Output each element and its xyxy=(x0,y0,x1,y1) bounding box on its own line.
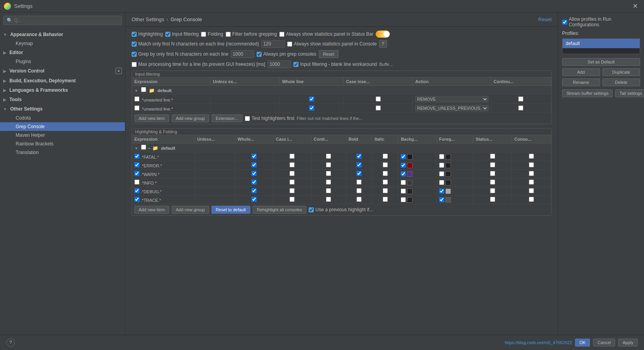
tail-settings-btn[interactable]: Tail settings xyxy=(615,89,644,97)
cb-blank-line[interactable]: Input filtering - blank line workaround xyxy=(293,62,377,67)
hl-debug-console-cb[interactable] xyxy=(529,188,534,193)
hl-error-console-cb[interactable] xyxy=(529,162,534,167)
cb-prev-highlight-input[interactable] xyxy=(309,207,314,212)
cb-always-stats[interactable]: Always show statistics panel in Status B… xyxy=(279,31,373,37)
if-whole-check-1[interactable] xyxy=(309,96,314,102)
if-add-item-btn[interactable]: Add new item xyxy=(134,114,169,122)
hl-error-whole-cb[interactable] xyxy=(251,162,257,167)
hl-info-fg-cb[interactable] xyxy=(439,180,444,185)
hl-info-bg-cb[interactable] xyxy=(401,180,406,185)
delete-profile-btn[interactable]: Delete xyxy=(602,78,640,86)
hl-trace-italic-cb[interactable] xyxy=(383,197,388,202)
sidebar-item-grep-console[interactable]: Grep Console xyxy=(0,122,125,131)
sidebar-item-editor[interactable]: ▶ Editor xyxy=(0,48,125,57)
hl-fatal-check[interactable] xyxy=(134,154,139,159)
hl-trace-bold-cb[interactable] xyxy=(356,197,362,202)
sidebar-item-plugins[interactable]: Plugins xyxy=(0,57,125,66)
hl-fatal-fg-cb[interactable] xyxy=(439,154,444,159)
do-toggle[interactable] xyxy=(376,31,390,38)
set-as-default-btn[interactable]: Set as Default xyxy=(562,58,640,66)
hl-fatal-conti-cb[interactable] xyxy=(326,154,331,159)
if-add-group-btn[interactable]: Add new group xyxy=(172,114,209,122)
hl-trace-console-cb[interactable] xyxy=(529,197,534,202)
sidebar-item-codota[interactable]: Codota xyxy=(0,114,125,122)
if-row2-check[interactable] xyxy=(134,105,139,111)
hl-trace-conti-cb[interactable] xyxy=(326,197,331,202)
hl-trace-case-cb[interactable] xyxy=(289,197,295,202)
search-box[interactable]: 🔍 xyxy=(3,16,122,25)
cb-grep-first[interactable]: Grep by only first N characters on each … xyxy=(132,51,228,57)
hl-warn-fg-cb[interactable] xyxy=(439,171,444,176)
hl-info-console-cb[interactable] xyxy=(529,180,534,185)
hl-trace-fg-cb[interactable] xyxy=(439,197,444,202)
hl-warn-check[interactable] xyxy=(134,171,139,176)
cb-folding-input[interactable] xyxy=(201,32,206,37)
reset-section-btn[interactable]: Reset xyxy=(319,50,339,58)
if-continue-check-2[interactable] xyxy=(518,105,523,111)
sidebar-item-rainbow[interactable]: Rainbow Brackets xyxy=(0,140,125,148)
cb-use-prev-highlight[interactable]: Use a previous highlight if... xyxy=(309,207,373,212)
sidebar-item-translation[interactable]: Translation xyxy=(0,148,125,157)
hl-warn-status-cb[interactable] xyxy=(490,171,495,176)
hl-warn-italic-cb[interactable] xyxy=(383,171,388,176)
hl-fatal-status-cb[interactable] xyxy=(490,154,495,159)
sidebar-item-build[interactable]: ▶ Build, Execution, Deployment xyxy=(0,76,125,85)
hl-info-bold-cb[interactable] xyxy=(356,180,362,185)
hl-group-check[interactable] xyxy=(141,145,146,150)
cb-max-processing[interactable]: Max processing time for a line (to preve… xyxy=(132,62,265,67)
apply-btn[interactable]: Apply xyxy=(618,339,638,346)
hl-debug-status-cb[interactable] xyxy=(490,188,495,193)
sidebar-item-other-settings[interactable]: ▼ Other Settings xyxy=(0,104,125,114)
hl-info-whole-cb[interactable] xyxy=(251,180,257,185)
cb-always-console-input[interactable] xyxy=(287,42,292,47)
ok-btn[interactable]: OK xyxy=(575,339,590,346)
cb-always-pin[interactable]: Always pin grep consoles xyxy=(257,51,316,57)
cb-test-highlight-input[interactable] xyxy=(245,116,250,121)
hl-fatal-whole-cb[interactable] xyxy=(251,154,257,159)
cb-always-console[interactable]: Always show statistics panel in Console xyxy=(287,41,376,47)
hl-warn-bg-cb[interactable] xyxy=(401,171,406,176)
hl-add-group-btn[interactable]: Add new group xyxy=(172,206,209,214)
sidebar-item-appearance[interactable]: ▼ Appearance & Behavior xyxy=(0,30,125,39)
hl-info-italic-cb[interactable] xyxy=(383,180,388,185)
sidebar-item-languages[interactable]: ▶ Languages & Frameworks xyxy=(0,85,125,95)
cb-always-stats-input[interactable] xyxy=(279,32,284,37)
if-action-select-2[interactable]: REMOVE_UNLESS_PREVIOUS... xyxy=(415,105,488,111)
cb-match-first[interactable]: Match only first N characters on each li… xyxy=(132,41,259,47)
close-button[interactable]: ✕ xyxy=(630,2,640,11)
if-case-check-2[interactable] xyxy=(376,105,381,111)
hl-debug-case-cb[interactable] xyxy=(289,188,295,193)
hl-warn-case-cb[interactable] xyxy=(289,171,295,176)
duplicate-profile-btn[interactable]: Duplicate xyxy=(602,68,640,76)
grep-first-value[interactable] xyxy=(231,50,254,58)
rename-profile-btn[interactable]: Rename xyxy=(562,78,600,86)
help-button[interactable]: ? xyxy=(379,40,387,48)
if-whole-check-2[interactable] xyxy=(309,105,314,111)
cb-highlighting-input[interactable] xyxy=(132,32,137,37)
if-group-check[interactable] xyxy=(141,87,146,92)
hl-info-status-cb[interactable] xyxy=(490,180,495,185)
hl-error-check[interactable] xyxy=(134,162,139,167)
add-profile-btn[interactable]: Add xyxy=(562,68,600,76)
cb-blank-line-input[interactable] xyxy=(293,62,298,67)
hl-add-item-btn[interactable]: Add new item xyxy=(134,206,169,214)
hl-error-fg-cb[interactable] xyxy=(439,163,444,168)
hl-debug-bg-cb[interactable] xyxy=(401,189,406,194)
hl-error-status-cb[interactable] xyxy=(490,162,495,167)
hl-trace-status-cb[interactable] xyxy=(490,197,495,202)
sidebar-item-maven[interactable]: Maven Helper xyxy=(0,131,125,140)
hl-warn-bold-cb[interactable] xyxy=(356,171,362,176)
hl-error-italic-cb[interactable] xyxy=(383,162,388,167)
hl-error-case-cb[interactable] xyxy=(289,162,295,167)
hl-info-conti-cb[interactable] xyxy=(326,180,331,185)
hl-info-check[interactable] xyxy=(134,180,139,185)
if-action-select-1[interactable]: REMOVE xyxy=(415,96,488,102)
hl-warn-conti-cb[interactable] xyxy=(326,171,331,176)
hl-debug-fg-cb[interactable] xyxy=(439,189,444,194)
sidebar-item-keymap[interactable]: Keymap xyxy=(0,39,125,48)
if-continue-check-1[interactable] xyxy=(518,96,523,102)
cb-test-highlighters[interactable]: Test highlighters first xyxy=(245,116,294,121)
cb-input-filtering[interactable]: Input filtering xyxy=(165,31,199,37)
profile-item-default[interactable]: default xyxy=(563,39,640,48)
allow-profiles-cb[interactable] xyxy=(562,20,567,25)
